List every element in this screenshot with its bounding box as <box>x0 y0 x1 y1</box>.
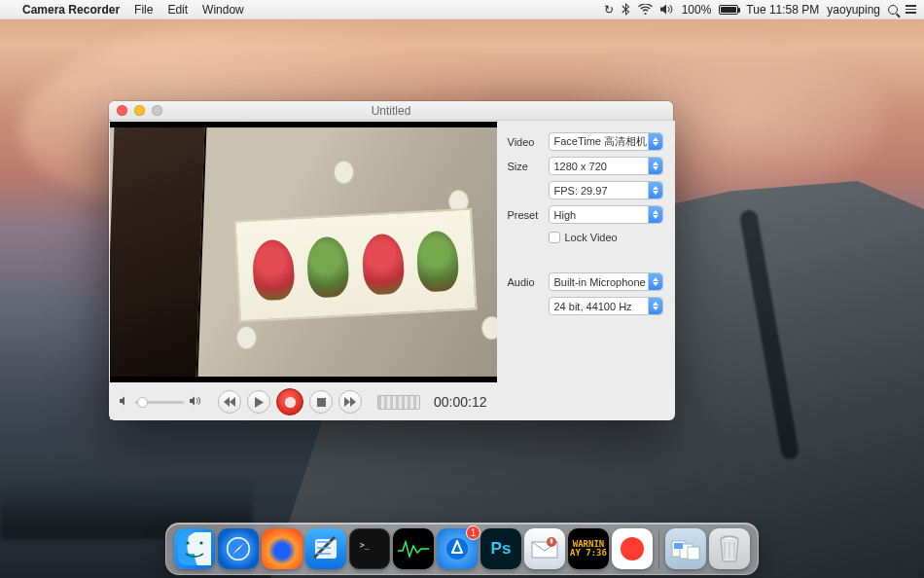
dock-finder[interactable] <box>174 528 215 569</box>
notification-center-icon[interactable] <box>906 5 916 14</box>
video-preview <box>110 122 497 382</box>
dock-safari[interactable] <box>218 528 259 569</box>
volume-min-icon <box>120 395 129 409</box>
preset-popup[interactable]: High <box>549 205 664 224</box>
dock-app-store[interactable]: 1 <box>437 528 478 569</box>
dock-camera-recorder[interactable] <box>612 528 653 569</box>
record-button[interactable] <box>276 388 303 415</box>
timemachine-icon[interactable]: ↻ <box>604 3 614 17</box>
svg-rect-12 <box>551 539 553 544</box>
svg-point-2 <box>186 541 189 544</box>
battery-percentage: 100% <box>682 3 712 17</box>
play-button[interactable] <box>247 390 270 414</box>
dock-recent-folder[interactable] <box>665 528 706 569</box>
dock-xcode[interactable] <box>305 528 346 569</box>
fps-popup[interactable]: FPS: 29.97 <box>549 181 664 199</box>
rewind-button[interactable] <box>218 390 241 414</box>
dock-activity-monitor[interactable] <box>393 528 434 569</box>
settings-panel: Video FaceTime 高清相机… Size 1280 x 720 FPS… <box>498 121 676 420</box>
menu-window[interactable]: Window <box>202 3 244 17</box>
battery-icon[interactable] <box>719 5 738 15</box>
app-name[interactable]: Camera Recorder <box>22 3 120 17</box>
elapsed-time: 00:00:12 <box>434 394 487 410</box>
dock-trash[interactable] <box>709 528 750 569</box>
lock-video-label: Lock Video <box>565 232 618 243</box>
dock-mail[interactable] <box>524 528 565 569</box>
video-label: Video <box>508 136 543 148</box>
preset-label: Preset <box>508 209 543 221</box>
wifi-icon[interactable] <box>638 4 653 15</box>
camera-recorder-window: Untitled <box>109 101 673 420</box>
volume-icon[interactable] <box>660 4 674 15</box>
clock[interactable]: Tue 11:58 PM <box>746 3 819 17</box>
level-meter <box>377 395 420 410</box>
transport-controls: 00:00:12 <box>110 384 497 419</box>
audio-label: Audio <box>508 276 543 288</box>
bluetooth-icon[interactable] <box>622 3 630 16</box>
dock-photoshop[interactable]: Ps <box>480 528 521 569</box>
window-minimize-button[interactable] <box>134 105 145 116</box>
audio-source-popup[interactable]: Built-in Microphone <box>549 272 664 291</box>
app-store-badge: 1 <box>466 525 480 540</box>
dock-terminal[interactable]: >_ <box>349 528 390 569</box>
lock-video-checkbox[interactable] <box>549 232 560 243</box>
svg-rect-0 <box>317 398 326 407</box>
audio-format-popup[interactable]: 24 bit, 44100 Hz <box>549 297 664 315</box>
svg-rect-16 <box>674 543 683 549</box>
volume-max-icon <box>190 395 202 409</box>
window-zoom-button[interactable] <box>152 105 162 116</box>
system-menubar: Camera Recorder File Edit Window ↻ 100% … <box>0 0 924 19</box>
dock-console[interactable]: WARNINAY 7:36 <box>568 528 609 569</box>
video-source-popup[interactable]: FaceTime 高清相机… <box>549 132 664 151</box>
dock: >_ 1 Ps WARNINAY 7:36 <box>165 523 759 575</box>
volume-slider[interactable] <box>135 401 184 404</box>
svg-rect-15 <box>688 547 699 560</box>
size-popup[interactable]: 1280 x 720 <box>549 157 664 175</box>
window-close-button[interactable] <box>117 105 127 116</box>
window-title: Untitled <box>372 104 411 118</box>
menu-edit[interactable]: Edit <box>167 3 188 17</box>
window-titlebar[interactable]: Untitled <box>109 101 673 121</box>
menu-file[interactable]: File <box>134 3 153 17</box>
svg-point-3 <box>199 541 202 544</box>
stop-button[interactable] <box>309 390 333 414</box>
size-label: Size <box>508 161 543 172</box>
user-name[interactable]: yaoyuping <box>827 3 880 17</box>
dock-firefox[interactable] <box>262 528 302 569</box>
fast-forward-button[interactable] <box>338 390 362 414</box>
svg-text:>_: >_ <box>360 541 370 550</box>
dock-divider <box>658 530 659 569</box>
spotlight-icon[interactable] <box>888 5 898 15</box>
